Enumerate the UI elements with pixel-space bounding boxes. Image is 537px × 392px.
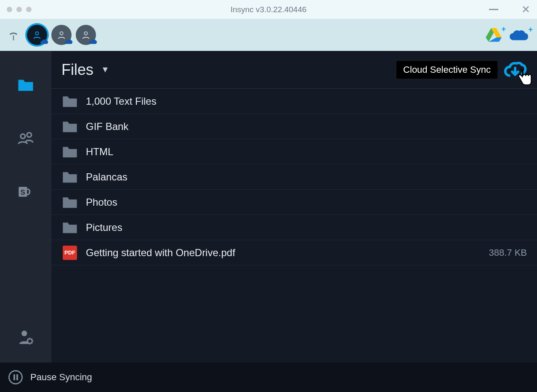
file-row[interactable]: Photos (51, 190, 537, 215)
content-header: Files ▼ Cloud Selective Sync (51, 51, 537, 89)
svg-text:S: S (21, 188, 25, 196)
pdf-badge: PDF (63, 246, 77, 260)
svg-point-5 (21, 134, 25, 139)
sidebar: S (0, 51, 51, 363)
account-avatar-2[interactable] (51, 25, 72, 45)
add-onedrive-button[interactable]: + (508, 28, 529, 42)
onedrive-badge-icon (64, 37, 73, 47)
nav-sharepoint[interactable]: S (17, 183, 35, 201)
file-row[interactable]: PDFGetting started with OneDrive.pdf388.… (51, 240, 537, 265)
pdf-icon: PDF (61, 246, 78, 260)
folder-icon (61, 170, 78, 184)
file-name: HTML (86, 146, 113, 158)
svg-point-6 (27, 132, 32, 137)
folder-icon (61, 195, 78, 209)
file-list: 1,000 Text FilesGIF BankHTMLPalancasPhot… (51, 89, 537, 363)
plus-icon: + (501, 25, 506, 34)
folder-icon (61, 119, 78, 134)
file-row[interactable]: GIF Bank (51, 114, 537, 139)
svg-point-2 (35, 32, 38, 35)
window-title: Insync v3.0.22.40446 (231, 5, 307, 14)
status-text: Pause Syncing (30, 372, 92, 383)
traffic-close[interactable] (7, 7, 12, 12)
titlebar: Insync v3.0.22.40446 ✕ (0, 0, 537, 19)
tooltip-cloud-selective-sync: Cloud Selective Sync (396, 61, 497, 79)
traffic-zoom[interactable] (26, 7, 32, 12)
onedrive-badge-icon (40, 37, 49, 47)
file-name: Photos (86, 196, 117, 208)
svg-point-9 (21, 331, 27, 336)
close-button[interactable]: ✕ (521, 4, 530, 15)
onedrive-icon (508, 28, 529, 42)
pause-syncing-button[interactable] (8, 370, 23, 384)
people-icon (17, 130, 35, 147)
plus-icon: + (528, 25, 533, 34)
window-controls-traffic (7, 7, 32, 12)
traffic-minimize[interactable] (16, 7, 22, 12)
sharepoint-icon: S (17, 183, 35, 200)
onedrive-badge-icon (88, 37, 98, 47)
status-bar: Pause Syncing (0, 363, 537, 392)
file-name: Getting started with OneDrive.pdf (86, 247, 235, 259)
folder-icon (17, 77, 35, 93)
file-row[interactable]: Pictures (51, 215, 537, 240)
cursor-icon (513, 69, 536, 86)
file-row[interactable]: HTML (51, 139, 537, 164)
folder-icon (61, 145, 78, 159)
account-avatar-3[interactable] (76, 25, 96, 45)
file-size: 388.7 KB (489, 247, 527, 258)
folder-icon (61, 94, 78, 109)
svg-point-3 (60, 32, 63, 35)
account-list (27, 25, 96, 45)
file-row[interactable]: 1,000 Text Files (51, 89, 537, 114)
header-title-text: Files (61, 61, 93, 79)
header-title-dropdown[interactable]: Files ▼ (61, 61, 109, 79)
chevron-down-icon: ▼ (101, 65, 109, 74)
svg-point-1 (13, 39, 14, 40)
nav-shared[interactable] (17, 130, 35, 147)
account-avatar-1[interactable] (27, 25, 47, 45)
svg-rect-0 (13, 35, 14, 39)
folder-icon (61, 220, 78, 235)
user-settings-icon (17, 328, 34, 345)
nav-files[interactable] (17, 76, 35, 94)
google-drive-icon (485, 27, 502, 42)
cloud-selective-sync-button[interactable] (503, 61, 527, 79)
nav-account-settings[interactable] (17, 328, 35, 346)
activity-icon[interactable] (8, 29, 19, 41)
file-name: Pictures (86, 222, 122, 233)
file-name: GIF Bank (86, 121, 128, 132)
minimize-button[interactable] (489, 9, 498, 10)
file-name: Palancas (86, 171, 128, 183)
accounts-toolbar: + + (0, 19, 537, 51)
file-row[interactable]: Palancas (51, 164, 537, 190)
file-name: 1,000 Text Files (86, 95, 157, 107)
svg-point-4 (84, 32, 87, 35)
add-google-drive-button[interactable]: + (485, 27, 502, 42)
